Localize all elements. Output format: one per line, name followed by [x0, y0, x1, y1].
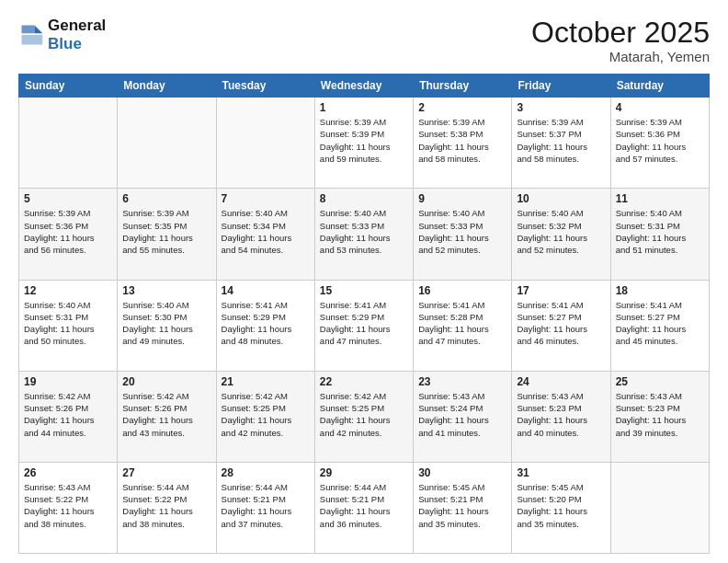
calendar-day-6: 6Sunrise: 5:39 AM Sunset: 5:35 PM Daylig…	[118, 189, 216, 280]
day-number: 22	[320, 375, 408, 388]
day-info: Sunrise: 5:40 AM Sunset: 5:31 PM Dayligh…	[24, 299, 112, 348]
day-number: 21	[222, 375, 310, 388]
calendar-week-row: 26Sunrise: 5:43 AM Sunset: 5:22 PM Dayli…	[19, 462, 710, 553]
calendar-day-23: 23Sunrise: 5:43 AM Sunset: 5:24 PM Dayli…	[414, 371, 512, 462]
calendar-day-empty	[118, 98, 216, 189]
calendar-day-8: 8Sunrise: 5:40 AM Sunset: 5:33 PM Daylig…	[314, 189, 413, 280]
calendar-day-16: 16Sunrise: 5:41 AM Sunset: 5:28 PM Dayli…	[414, 280, 512, 371]
month-title: October 2025	[531, 17, 710, 49]
day-info: Sunrise: 5:42 AM Sunset: 5:26 PM Dayligh…	[122, 390, 210, 439]
weekday-header-saturday: Saturday	[610, 75, 709, 98]
day-info: Sunrise: 5:40 AM Sunset: 5:33 PM Dayligh…	[418, 207, 506, 256]
day-number: 10	[517, 192, 605, 205]
day-info: Sunrise: 5:44 AM Sunset: 5:21 PM Dayligh…	[320, 481, 408, 530]
day-info: Sunrise: 5:39 AM Sunset: 5:38 PM Dayligh…	[418, 116, 506, 165]
calendar-day-3: 3Sunrise: 5:39 AM Sunset: 5:37 PM Daylig…	[512, 98, 610, 189]
day-number: 31	[517, 466, 605, 479]
logo: General Blue	[18, 17, 106, 52]
day-number: 25	[616, 375, 704, 388]
location: Matarah, Yemen	[531, 49, 710, 64]
day-info: Sunrise: 5:41 AM Sunset: 5:28 PM Dayligh…	[418, 299, 506, 348]
day-number: 17	[517, 284, 605, 297]
svg-rect-1	[22, 25, 35, 33]
day-number: 24	[517, 375, 605, 388]
day-info: Sunrise: 5:40 AM Sunset: 5:32 PM Dayligh…	[517, 207, 605, 256]
day-info: Sunrise: 5:39 AM Sunset: 5:37 PM Dayligh…	[517, 116, 605, 165]
day-info: Sunrise: 5:40 AM Sunset: 5:30 PM Dayligh…	[122, 299, 210, 348]
calendar-day-9: 9Sunrise: 5:40 AM Sunset: 5:33 PM Daylig…	[414, 189, 512, 280]
calendar-day-30: 30Sunrise: 5:45 AM Sunset: 5:21 PM Dayli…	[414, 462, 512, 553]
calendar-day-empty	[19, 98, 118, 189]
day-info: Sunrise: 5:39 AM Sunset: 5:39 PM Dayligh…	[320, 116, 408, 165]
day-info: Sunrise: 5:42 AM Sunset: 5:25 PM Dayligh…	[222, 390, 310, 439]
day-number: 2	[418, 101, 506, 114]
day-info: Sunrise: 5:40 AM Sunset: 5:31 PM Dayligh…	[616, 207, 704, 256]
day-number: 6	[122, 192, 210, 205]
day-number: 3	[517, 101, 605, 114]
weekday-header-row: SundayMondayTuesdayWednesdayThursdayFrid…	[19, 75, 710, 98]
day-number: 11	[616, 192, 704, 205]
day-info: Sunrise: 5:43 AM Sunset: 5:22 PM Dayligh…	[24, 481, 112, 530]
calendar-day-17: 17Sunrise: 5:41 AM Sunset: 5:27 PM Dayli…	[512, 280, 610, 371]
weekday-header-thursday: Thursday	[414, 75, 512, 98]
calendar-day-10: 10Sunrise: 5:40 AM Sunset: 5:32 PM Dayli…	[512, 189, 610, 280]
day-number: 12	[24, 284, 112, 297]
day-info: Sunrise: 5:40 AM Sunset: 5:34 PM Dayligh…	[222, 207, 310, 256]
calendar-week-row: 19Sunrise: 5:42 AM Sunset: 5:26 PM Dayli…	[19, 371, 710, 462]
day-number: 7	[222, 192, 310, 205]
day-info: Sunrise: 5:41 AM Sunset: 5:29 PM Dayligh…	[222, 299, 310, 348]
day-info: Sunrise: 5:45 AM Sunset: 5:21 PM Dayligh…	[418, 481, 506, 530]
day-number: 5	[24, 192, 112, 205]
calendar-day-18: 18Sunrise: 5:41 AM Sunset: 5:27 PM Dayli…	[610, 280, 709, 371]
weekday-header-wednesday: Wednesday	[314, 75, 413, 98]
calendar-day-11: 11Sunrise: 5:40 AM Sunset: 5:31 PM Dayli…	[610, 189, 709, 280]
day-number: 8	[320, 192, 408, 205]
calendar-day-21: 21Sunrise: 5:42 AM Sunset: 5:25 PM Dayli…	[216, 371, 314, 462]
day-info: Sunrise: 5:42 AM Sunset: 5:25 PM Dayligh…	[320, 390, 408, 439]
day-info: Sunrise: 5:44 AM Sunset: 5:21 PM Dayligh…	[222, 481, 310, 530]
day-info: Sunrise: 5:39 AM Sunset: 5:35 PM Dayligh…	[122, 207, 210, 256]
calendar-day-empty	[610, 462, 709, 553]
day-number: 13	[122, 284, 210, 297]
calendar-day-25: 25Sunrise: 5:43 AM Sunset: 5:23 PM Dayli…	[610, 371, 709, 462]
calendar-day-26: 26Sunrise: 5:43 AM Sunset: 5:22 PM Dayli…	[19, 462, 118, 553]
day-info: Sunrise: 5:44 AM Sunset: 5:22 PM Dayligh…	[122, 481, 210, 530]
logo-general: General	[48, 17, 106, 35]
day-info: Sunrise: 5:39 AM Sunset: 5:36 PM Dayligh…	[24, 207, 112, 256]
calendar-day-24: 24Sunrise: 5:43 AM Sunset: 5:23 PM Dayli…	[512, 371, 610, 462]
weekday-header-tuesday: Tuesday	[216, 75, 314, 98]
calendar-day-7: 7Sunrise: 5:40 AM Sunset: 5:34 PM Daylig…	[216, 189, 314, 280]
day-number: 23	[418, 375, 506, 388]
day-number: 30	[418, 466, 506, 479]
svg-marker-0	[35, 25, 43, 33]
day-info: Sunrise: 5:41 AM Sunset: 5:27 PM Dayligh…	[517, 299, 605, 348]
day-info: Sunrise: 5:43 AM Sunset: 5:24 PM Dayligh…	[418, 390, 506, 439]
day-number: 26	[24, 466, 112, 479]
day-info: Sunrise: 5:45 AM Sunset: 5:20 PM Dayligh…	[517, 481, 605, 530]
day-info: Sunrise: 5:41 AM Sunset: 5:27 PM Dayligh…	[616, 299, 704, 348]
day-info: Sunrise: 5:40 AM Sunset: 5:33 PM Dayligh…	[320, 207, 408, 256]
calendar-day-14: 14Sunrise: 5:41 AM Sunset: 5:29 PM Dayli…	[216, 280, 314, 371]
day-number: 15	[320, 284, 408, 297]
calendar-day-31: 31Sunrise: 5:45 AM Sunset: 5:20 PM Dayli…	[512, 462, 610, 553]
calendar-day-5: 5Sunrise: 5:39 AM Sunset: 5:36 PM Daylig…	[19, 189, 118, 280]
weekday-header-monday: Monday	[118, 75, 216, 98]
day-number: 27	[122, 466, 210, 479]
day-info: Sunrise: 5:41 AM Sunset: 5:29 PM Dayligh…	[320, 299, 408, 348]
day-info: Sunrise: 5:43 AM Sunset: 5:23 PM Dayligh…	[517, 390, 605, 439]
day-info: Sunrise: 5:39 AM Sunset: 5:36 PM Dayligh…	[616, 116, 704, 165]
day-number: 9	[418, 192, 506, 205]
day-number: 28	[222, 466, 310, 479]
calendar-week-row: 12Sunrise: 5:40 AM Sunset: 5:31 PM Dayli…	[19, 280, 710, 371]
calendar-day-empty	[216, 98, 314, 189]
day-number: 4	[616, 101, 704, 114]
title-block: October 2025 Matarah, Yemen	[531, 17, 710, 64]
calendar-day-2: 2Sunrise: 5:39 AM Sunset: 5:38 PM Daylig…	[414, 98, 512, 189]
calendar-day-4: 4Sunrise: 5:39 AM Sunset: 5:36 PM Daylig…	[610, 98, 709, 189]
logo-icon	[18, 22, 44, 48]
calendar-day-22: 22Sunrise: 5:42 AM Sunset: 5:25 PM Dayli…	[314, 371, 413, 462]
calendar-week-row: 5Sunrise: 5:39 AM Sunset: 5:36 PM Daylig…	[19, 189, 710, 280]
day-number: 14	[222, 284, 310, 297]
calendar-day-1: 1Sunrise: 5:39 AM Sunset: 5:39 PM Daylig…	[314, 98, 413, 189]
day-number: 19	[24, 375, 112, 388]
